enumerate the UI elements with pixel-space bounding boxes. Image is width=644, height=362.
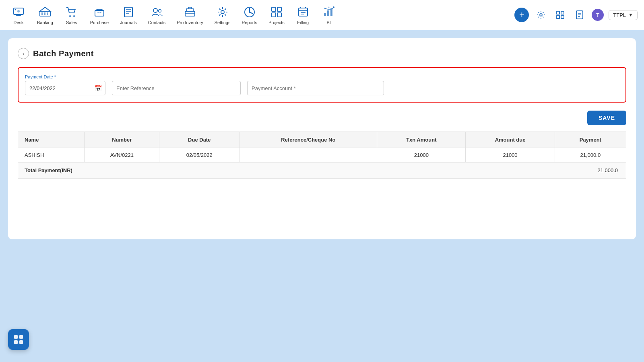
nav-label-journals: Journals: [120, 20, 137, 25]
gear-icon[interactable]: [534, 8, 548, 22]
col-header-name: Name: [18, 132, 85, 148]
svg-point-3: [15, 9, 16, 10]
chevron-down-icon: ▼: [628, 12, 633, 18]
cell-number: AVN/0221: [85, 148, 159, 162]
svg-point-2: [17, 10, 20, 12]
svg-rect-1: [16, 14, 21, 16]
company-selector[interactable]: TTPL ▼: [609, 10, 638, 20]
col-header-due-date: Due Date: [159, 132, 239, 148]
nav-item-settings[interactable]: Settings: [210, 2, 235, 27]
add-button[interactable]: +: [514, 8, 529, 22]
nav-item-desk[interactable]: Desk: [6, 2, 31, 27]
nav-right: + T TTPL ▼: [514, 8, 638, 22]
svg-rect-27: [299, 8, 308, 16]
nav-item-journals[interactable]: Journals: [115, 2, 142, 27]
banking-icon: [38, 5, 52, 19]
sales-icon: [64, 5, 79, 19]
nav-item-reports[interactable]: Reports: [237, 2, 262, 27]
pro-inventory-icon: [183, 5, 197, 19]
svg-rect-38: [561, 11, 564, 14]
svg-rect-12: [124, 7, 132, 17]
back-button[interactable]: ‹: [18, 48, 29, 59]
reports-icon: [242, 5, 257, 19]
bi-icon: [322, 5, 336, 19]
svg-point-22: [249, 11, 250, 13]
doc-icon[interactable]: [572, 8, 587, 22]
svg-rect-8: [47, 12, 48, 15]
svg-rect-47: [14, 340, 18, 344]
journals-icon: [121, 5, 136, 19]
page-title: Batch Payment: [33, 49, 94, 58]
svg-point-10: [73, 15, 75, 17]
nav-item-purchase[interactable]: Purchase: [85, 2, 114, 27]
col-header-txn-amount: Txn Amount: [377, 132, 466, 148]
purchase-icon: [92, 5, 107, 19]
nav-item-bi[interactable]: BI: [317, 2, 341, 27]
payments-table: Name Number Due Date Reference/Cheque No…: [18, 132, 626, 162]
col-header-number: Number: [85, 132, 159, 148]
save-row: SAVE: [18, 111, 626, 125]
svg-rect-32: [327, 10, 329, 16]
nav-label-sales: Sales: [66, 20, 77, 25]
total-row: Total Payment(INR) 21,000.0: [18, 162, 626, 179]
calendar-icon[interactable]: 📅: [94, 84, 102, 92]
nav-item-filling[interactable]: Filling: [291, 2, 315, 27]
svg-rect-37: [557, 11, 559, 14]
nav-item-banking[interactable]: Banking: [32, 2, 58, 27]
svg-point-35: [328, 7, 329, 8]
svg-rect-39: [557, 16, 559, 19]
payment-date-wrapper: 📅: [25, 81, 105, 95]
nav-label-desk: Desk: [13, 20, 23, 25]
svg-rect-33: [330, 8, 332, 16]
col-header-amount-due: Amount due: [466, 132, 555, 148]
svg-rect-6: [41, 12, 43, 15]
top-navigation: Desk Banking Sal: [0, 0, 644, 30]
svg-point-34: [333, 6, 334, 8]
svg-rect-26: [277, 13, 281, 17]
nav-item-pro-inventory[interactable]: Pro Inventory: [172, 2, 208, 27]
contacts-icon: [150, 5, 164, 19]
payment-date-input[interactable]: [25, 81, 105, 95]
nav-label-projects: Projects: [268, 20, 285, 25]
nav-label-pro-inventory: Pro Inventory: [177, 20, 203, 25]
total-value: 21,000.0: [597, 167, 619, 173]
projects-icon: [269, 5, 284, 19]
table-header-row: Name Number Due Date Reference/Cheque No…: [18, 132, 626, 148]
page-header: ‹ Batch Payment: [18, 48, 626, 59]
total-label: Total Payment(INR): [25, 167, 72, 173]
company-name: TTPL: [613, 12, 626, 18]
filling-icon: [296, 5, 310, 19]
nav-item-projects[interactable]: Projects: [264, 2, 289, 27]
svg-rect-7: [44, 12, 45, 15]
payment-date-label: Payment Date *: [25, 74, 105, 79]
save-button[interactable]: SAVE: [587, 111, 626, 125]
nav-label-purchase: Purchase: [90, 20, 109, 25]
svg-point-17: [158, 10, 161, 12]
payment-date-group: Payment Date * 📅: [25, 74, 105, 95]
cell-txn-amount: 21000: [377, 148, 466, 162]
grid-icon[interactable]: [553, 8, 568, 22]
svg-rect-31: [324, 13, 326, 16]
svg-rect-40: [561, 16, 564, 19]
reference-group: [112, 81, 241, 95]
svg-point-9: [69, 15, 71, 17]
nav-item-contacts[interactable]: Contacts: [143, 2, 170, 27]
payment-account-group: [247, 81, 384, 95]
svg-rect-45: [14, 335, 18, 339]
nav-item-sales[interactable]: Sales: [60, 2, 84, 27]
payment-account-input[interactable]: [247, 81, 384, 95]
nav-label-bi: BI: [327, 20, 331, 25]
desk-icon: [11, 5, 26, 19]
nav-label-reports: Reports: [242, 20, 257, 25]
col-header-payment: Payment: [555, 132, 626, 148]
nav-label-contacts: Contacts: [148, 20, 165, 25]
svg-point-36: [540, 14, 542, 16]
avatar[interactable]: T: [592, 9, 604, 21]
nav-label-banking: Banking: [37, 20, 53, 25]
table-header: Name Number Due Date Reference/Cheque No…: [18, 132, 626, 148]
svg-point-20: [221, 10, 224, 14]
reference-input[interactable]: [112, 81, 241, 95]
nav-label-settings: Settings: [215, 20, 231, 25]
svg-point-16: [153, 8, 157, 12]
fab-button[interactable]: [8, 329, 29, 350]
